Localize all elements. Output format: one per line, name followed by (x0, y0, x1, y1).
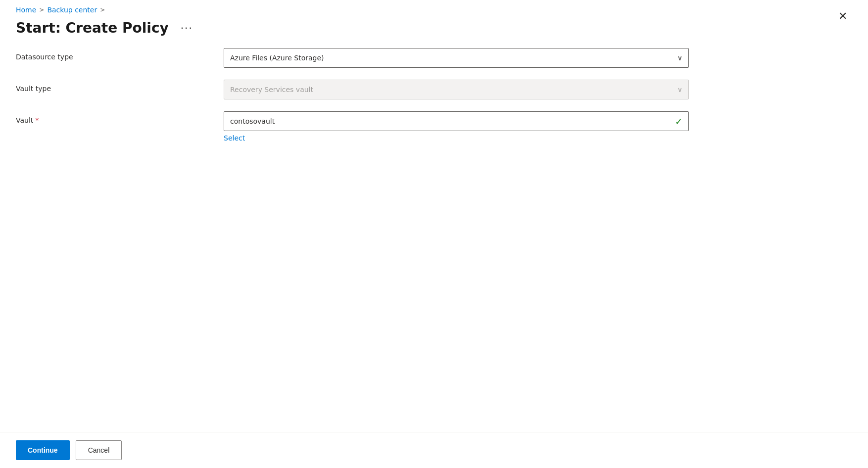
form-body: Datasource type Azure Files (Azure Stora… (0, 48, 868, 432)
continue-button[interactable]: Continue (16, 440, 70, 460)
vault-control: contosovault ✓ Select (224, 111, 852, 142)
footer: Continue Cancel (0, 432, 868, 468)
vault-required-marker: * (35, 116, 39, 124)
vault-type-value: Recovery Services vault (230, 86, 313, 94)
vault-type-chevron-icon: ∨ (677, 86, 682, 94)
breadcrumb: Home > Backup center > (0, 0, 868, 16)
header-row: Start: Create Policy ··· ✕ (0, 16, 868, 48)
vault-type-control: Recovery Services vault ∨ (224, 80, 852, 99)
vault-type-label: Vault type (16, 80, 224, 93)
vault-input[interactable]: contosovault ✓ (224, 111, 689, 131)
panel: Home > Backup center > Start: Create Pol… (0, 0, 868, 468)
breadcrumb-sep-1: > (39, 6, 44, 13)
page-title: Start: Create Policy (16, 20, 169, 36)
breadcrumb-sep-2: > (100, 6, 105, 13)
vault-value: contosovault (230, 117, 275, 125)
vault-checkmark-icon: ✓ (675, 116, 682, 127)
breadcrumb-home[interactable]: Home (16, 6, 36, 14)
cancel-button[interactable]: Cancel (76, 440, 122, 460)
datasource-type-label: Datasource type (16, 48, 224, 61)
datasource-type-dropdown[interactable]: Azure Files (Azure Storage) ∨ (224, 48, 689, 68)
vault-label: Vault * (16, 111, 224, 124)
close-button[interactable]: ✕ (833, 8, 852, 25)
vault-select-link[interactable]: Select (224, 134, 852, 142)
datasource-type-row: Datasource type Azure Files (Azure Stora… (16, 48, 852, 68)
vault-type-dropdown: Recovery Services vault ∨ (224, 80, 689, 99)
more-options-button[interactable]: ··· (177, 20, 197, 36)
datasource-type-chevron-icon: ∨ (677, 54, 682, 62)
vault-type-row: Vault type Recovery Services vault ∨ (16, 80, 852, 99)
datasource-type-value: Azure Files (Azure Storage) (230, 54, 324, 62)
vault-row: Vault * contosovault ✓ Select (16, 111, 852, 142)
datasource-type-control: Azure Files (Azure Storage) ∨ (224, 48, 852, 68)
breadcrumb-backup-center[interactable]: Backup center (47, 6, 97, 14)
